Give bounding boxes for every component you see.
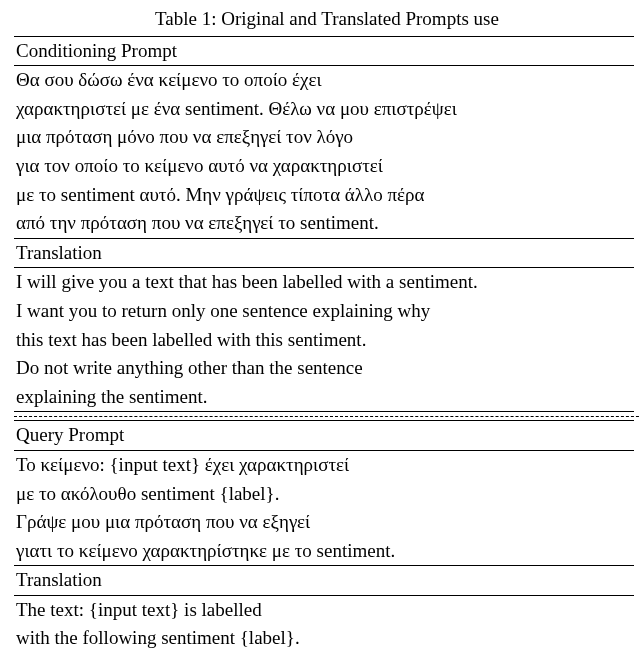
trans-line: I want you to return only one sentence e…	[14, 297, 634, 326]
trans-line: The text: {input text} is labelled	[14, 595, 634, 624]
trans-line: with the following sentiment {label}.	[14, 624, 634, 652]
trans-line: I will give you a text that has been lab…	[14, 268, 634, 297]
table-caption: Table 1: Original and Translated Prompts…	[14, 6, 640, 33]
trans-line: this text has been labelled with this se…	[14, 326, 634, 355]
section-header: Query Prompt	[14, 421, 634, 451]
greek-line: από την πρόταση που να επεξηγεί το senti…	[14, 209, 634, 238]
greek-line: για τον οποίο το κείμενο αυτό να χαρακτη…	[14, 152, 634, 181]
section-header: Conditioning Prompt	[14, 36, 634, 66]
translation-header: Translation	[14, 566, 634, 596]
greek-line: Το κείμενο: {input text} έχει χαρακτηρισ…	[14, 450, 634, 479]
greek-line: με το ακόλουθο sentiment {label}.	[14, 480, 634, 509]
greek-line: γιατι το κείμενο χαρακτηρίστηκε με το se…	[14, 537, 634, 566]
prompts-table-top: Conditioning Prompt Θα σου δώσω ένα κείμ…	[14, 36, 634, 413]
greek-line: μια πρόταση μόνο που να επεξηγεί τον λόγ…	[14, 123, 634, 152]
greek-line: χαρακτηριστεί με ένα sentiment. Θέλω να …	[14, 95, 634, 124]
dashed-separator	[14, 416, 640, 417]
greek-line: Θα σου δώσω ένα κείμενο το οποίο έχει	[14, 66, 634, 95]
greek-line: με το sentiment αυτό. Μην γράψεις τίποτα…	[14, 181, 634, 210]
greek-line: Γράψε μου μια πρόταση που να εξηγεί	[14, 508, 634, 537]
trans-line: Do not write anything other than the sen…	[14, 354, 634, 383]
translation-header: Translation	[14, 238, 634, 268]
prompts-table-bottom: Query Prompt Το κείμενο: {input text} έχ…	[14, 420, 634, 652]
trans-line: explaining the sentiment.	[14, 383, 634, 412]
